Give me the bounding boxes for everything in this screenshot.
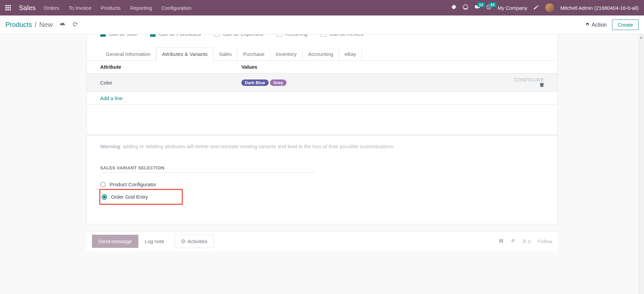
flag-label: Can be Rented: [330, 34, 364, 37]
flag-label: Can be Expensed: [223, 34, 263, 37]
cloud-save-icon[interactable]: [60, 22, 66, 28]
activities-button[interactable]: Activities: [175, 235, 214, 248]
warning-text: Warning: adding or deleting attributes w…: [87, 135, 557, 157]
gear-icon: [585, 23, 590, 27]
activities-icon[interactable]: 43: [486, 4, 492, 11]
flag-can-be-sold[interactable]: ✓Can be Sold: [100, 34, 137, 37]
tab-accounting[interactable]: Accounting: [302, 47, 339, 61]
breadcrumb-sep: /: [35, 21, 37, 29]
configure-button[interactable]: CONFIGURE: [514, 77, 544, 83]
variant-radio-group: Product ConfiguratorOrder Grid Entry: [87, 173, 557, 224]
top-navbar: Sales Orders To Invoice Products Reporti…: [0, 0, 644, 15]
value-tag[interactable]: Grey: [270, 79, 287, 86]
nav-orders[interactable]: Orders: [44, 5, 59, 11]
flag-can-be-expensed[interactable]: Can be Expensed: [214, 34, 263, 37]
add-line-button[interactable]: Add a line: [100, 95, 123, 101]
delete-row-icon[interactable]: [540, 83, 544, 88]
app-brand[interactable]: Sales: [19, 4, 36, 12]
action-dropdown[interactable]: Action: [585, 22, 607, 28]
scroll-up-arrow[interactable]: ▴: [638, 34, 644, 40]
send-message-button[interactable]: Send message: [92, 235, 138, 248]
value-tag[interactable]: Dark Blue: [241, 79, 269, 86]
highlighted-option: Order Grid Entry: [100, 190, 182, 204]
tab-purchase[interactable]: Purchase: [237, 47, 270, 61]
action-label: Action: [592, 22, 607, 28]
messages-badge: 12: [477, 2, 485, 7]
breadcrumb-parent[interactable]: Products: [5, 21, 32, 29]
flag-can-be-purchased[interactable]: ✓Can be Purchased: [150, 34, 201, 37]
nav-products[interactable]: Products: [101, 5, 121, 11]
main-content: ✓Can be Sold✓Can be PurchasedCan be Expe…: [0, 34, 644, 251]
flag-recurring[interactable]: Recurring: [277, 34, 307, 37]
tab-attributes-variants[interactable]: Attributes & Variants: [156, 47, 213, 61]
checkbox-icon: [321, 34, 326, 37]
checkbox-icon: ✓: [150, 34, 156, 37]
chatter-bar: Send message Log note Activities 0 Follo…: [87, 231, 558, 251]
nav-reporting[interactable]: Reporting: [130, 5, 152, 11]
clock-icon: [181, 239, 185, 243]
flag-label: Can be Purchased: [159, 34, 201, 37]
avatar[interactable]: [545, 3, 554, 12]
svg-point-3: [523, 240, 525, 241]
radio-label: Order Grid Entry: [111, 194, 148, 200]
product-flags-row: ✓Can be Sold✓Can be PurchasedCan be Expe…: [87, 34, 557, 41]
activities-badge: 43: [489, 2, 496, 7]
checkbox-icon: [277, 34, 282, 37]
tab-inventory[interactable]: Inventory: [270, 47, 303, 61]
col-values: Values: [228, 61, 501, 73]
col-attribute: Attribute: [87, 61, 228, 73]
flag-label: Recurring: [285, 34, 307, 37]
form-tabs: General InformationAttributes & Variants…: [87, 47, 557, 61]
checkbox-icon: ✓: [100, 34, 106, 37]
checkbox-icon: [214, 34, 219, 37]
tab-ebay[interactable]: eBay: [339, 47, 362, 61]
user-name[interactable]: Mitchell Admin (21680404-16-0-all): [560, 5, 639, 11]
nav-to-invoice[interactable]: To Invoice: [69, 5, 92, 11]
tools-icon[interactable]: [533, 4, 539, 11]
apps-icon[interactable]: [5, 5, 11, 10]
tab-general-information[interactable]: General Information: [100, 47, 157, 61]
variant-section-title: SALES VARIANT SELECTION: [100, 165, 316, 173]
radio-label: Product Configurator: [110, 182, 156, 187]
breadcrumb-current: New: [39, 21, 53, 29]
log-note-button[interactable]: Log note: [138, 235, 171, 248]
breadcrumb-bar: Products / New Action Create: [0, 15, 644, 34]
tab-sales[interactable]: Sales: [213, 47, 238, 61]
book-icon[interactable]: [499, 238, 504, 244]
messages-icon[interactable]: 12: [475, 4, 480, 11]
nav-menu: Orders To Invoice Products Reporting Con…: [44, 5, 192, 11]
warning-body: : adding or deleting attributes will del…: [120, 143, 395, 149]
flag-label: Can be Sold: [109, 34, 137, 37]
support-icon[interactable]: [463, 4, 469, 11]
warning-label: Warning: [100, 143, 120, 149]
scrollbar[interactable]: ▴: [638, 34, 644, 251]
nav-configuration[interactable]: Configuration: [162, 5, 192, 11]
bug-icon[interactable]: [451, 4, 456, 11]
discard-icon[interactable]: [72, 22, 78, 28]
cell-values[interactable]: Dark BlueGrey: [228, 73, 501, 92]
table-row[interactable]: ColorDark BlueGreyCONFIGURE: [87, 73, 557, 92]
company-name[interactable]: My Company: [498, 5, 527, 11]
attributes-table: Attribute Values ColorDark BlueGreyCONFI…: [87, 61, 557, 135]
attachment-icon[interactable]: [510, 238, 515, 244]
create-button[interactable]: Create: [612, 20, 639, 30]
follow-button[interactable]: Follow: [538, 238, 552, 244]
followers-count[interactable]: 0: [522, 238, 531, 244]
radio-order-grid-entry[interactable]: Order Grid Entry: [102, 191, 148, 202]
radio-product-configurator[interactable]: Product Configurator: [100, 179, 544, 190]
activities-label: Activities: [188, 238, 207, 244]
cell-attribute[interactable]: Color: [87, 73, 228, 92]
radio-icon: [102, 194, 107, 200]
breadcrumb: Products / New: [5, 21, 78, 29]
radio-icon: [100, 182, 106, 187]
flag-can-be-rented[interactable]: Can be Rented: [321, 34, 364, 37]
